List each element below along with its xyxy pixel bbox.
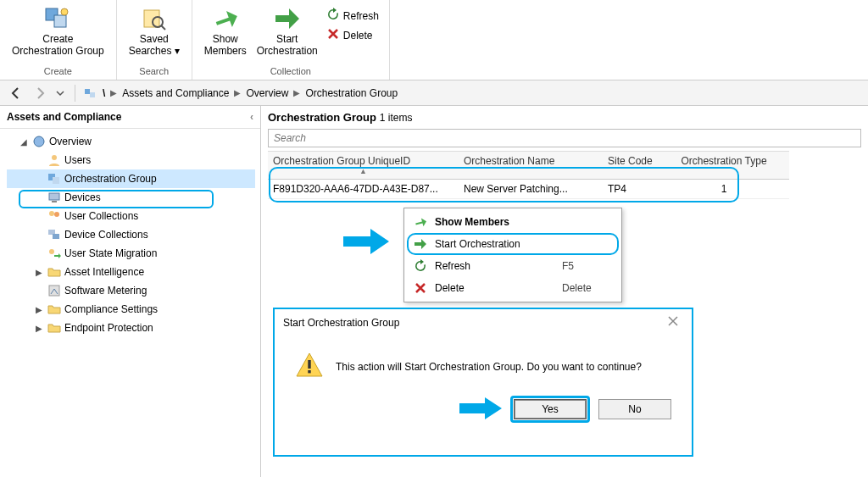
svg-line-5 (161, 25, 165, 30)
devices-icon (47, 191, 61, 204)
show-members-icon (413, 214, 428, 230)
no-button[interactable]: No (598, 399, 671, 419)
tree-label-orchgroup: Orchestration Group (64, 173, 157, 185)
grid-header-row: Orchestration Group UniqueID ▲ Orchestra… (268, 151, 861, 180)
sidebar-collapse-button[interactable]: ‹ (250, 111, 253, 123)
search-input[interactable] (268, 129, 861, 147)
tree-label-ep: Endpoint Protection (64, 322, 153, 334)
yes-button[interactable]: Yes (514, 399, 587, 419)
show-members-button[interactable]: Show Members (199, 3, 252, 59)
svg-rect-21 (308, 370, 310, 373)
ctx-delete-label: Delete (435, 282, 555, 294)
start-orchestration-label: Start Orchestration (257, 34, 318, 58)
nav-back-button[interactable] (7, 84, 25, 103)
ribbon-group-collection: Show Members Start Orchestration Refresh (192, 0, 390, 80)
ribbon-group-search-label: Search (124, 64, 185, 78)
ctx-show-members[interactable]: Show Members (407, 211, 619, 233)
users-icon (47, 153, 61, 167)
saved-searches-icon (141, 5, 168, 32)
nav-forward-button[interactable] (31, 84, 49, 103)
svg-point-2 (61, 8, 68, 15)
tree-node-orchestration-group[interactable]: Orchestration Group (7, 169, 255, 188)
ctx-delete[interactable]: Delete Delete (407, 277, 619, 299)
folder-icon (47, 321, 61, 335)
create-orch-group-label: Create Orchestration Group (12, 34, 104, 58)
sidebar: Assets and Compliance ‹ ◢ Overview Users… (0, 106, 261, 477)
start-orchestration-button[interactable]: Start Orchestration (252, 3, 323, 59)
tree-node-overview[interactable]: ◢ Overview (7, 132, 255, 151)
create-orchestration-group-button[interactable]: Create Orchestration Group (7, 3, 109, 59)
cell-sitecode: TP4 (603, 180, 670, 199)
col-header-orchtype[interactable]: Orchestration Type (670, 151, 789, 180)
tree-node-user-state-migration[interactable]: User State Migration (7, 244, 255, 263)
ctx-refresh[interactable]: Refresh F5 (407, 255, 619, 277)
warning-icon (295, 351, 324, 382)
svg-rect-13 (52, 201, 57, 202)
nav-history-dropdown[interactable] (54, 84, 66, 103)
ctx-refresh-label: Refresh (435, 260, 555, 272)
col-header-orchname[interactable]: Orchestration Name (459, 151, 603, 180)
svg-rect-1 (54, 15, 66, 27)
show-members-label: Show Members (204, 34, 247, 58)
delete-icon (326, 27, 340, 43)
tree-label-devices: Devices (64, 191, 101, 203)
svg-rect-11 (53, 177, 59, 184)
orchestration-group-node-icon (47, 172, 61, 186)
svg-point-18 (49, 249, 54, 254)
tree-node-compliance-settings[interactable]: ▶ Compliance Settings (7, 300, 255, 319)
refresh-label: Refresh (343, 10, 379, 22)
ctx-show-members-label: Show Members (435, 216, 555, 228)
user-state-migration-icon (47, 247, 61, 260)
tree-node-users[interactable]: Users (7, 151, 255, 169)
device-collections-icon (47, 228, 61, 241)
saved-searches-button[interactable]: Saved Searches ▾ (124, 3, 185, 59)
cell-orchname: New Server Patching... (459, 180, 603, 199)
expander-icon[interactable]: ▶ (36, 305, 44, 314)
cell-uniqueid: F891D320-AAA6-47DD-A43E-D87... (268, 180, 459, 199)
ctx-start-orchestration[interactable]: Start Orchestration (407, 233, 619, 255)
confirm-dialog: Start Orchestration Group This action wi… (273, 308, 693, 457)
folder-icon (47, 265, 61, 279)
expander-icon[interactable]: ▶ (36, 268, 44, 277)
tree-node-asset-intelligence[interactable]: ▶ Asset Intelligence (7, 263, 255, 281)
breadcrumb-item-overview[interactable]: Overview (246, 87, 288, 99)
ribbon-group-collection-label: Collection (199, 64, 382, 78)
expander-icon[interactable]: ▶ (36, 324, 44, 333)
tree-node-devices[interactable]: Devices (7, 188, 255, 207)
tree-node-device-collections[interactable]: Device Collections (7, 225, 255, 244)
delete-label: Delete (343, 30, 373, 42)
tree-node-software-metering[interactable]: Software Metering (7, 281, 255, 300)
ribbon-delete-button[interactable]: Delete (323, 26, 382, 44)
breadcrumb-root-icon[interactable] (84, 86, 97, 100)
content-title: Orchestration Group (268, 111, 376, 124)
ctx-start-orch-label: Start Orchestration (435, 238, 555, 250)
breadcrumb-item-orchgroup[interactable]: Orchestration Group (305, 87, 398, 99)
cell-orchtype: 1 (670, 180, 789, 199)
ctx-delete-accel: Delete (562, 282, 613, 294)
svg-rect-17 (53, 234, 59, 239)
breadcrumb: \ ▶ Assets and Compliance ▶ Overview ▶ O… (103, 87, 861, 99)
refresh-icon (326, 8, 340, 24)
user-collections-icon (47, 209, 61, 223)
svg-rect-7 (90, 92, 95, 97)
dialog-title: Start Orchestration Group (283, 317, 399, 329)
col-header-sitecode[interactable]: Site Code (603, 151, 670, 180)
tree-label-overview: Overview (49, 136, 92, 147)
breadcrumb-item-assets[interactable]: Assets and Compliance (122, 87, 229, 99)
tree-node-user-collections[interactable]: User Collections (7, 207, 255, 225)
svg-rect-19 (49, 286, 59, 296)
tree-node-endpoint-protection[interactable]: ▶ Endpoint Protection (7, 319, 255, 337)
sidebar-title: Assets and Compliance (7, 111, 121, 123)
content-header: Orchestration Group 1 items (261, 106, 868, 129)
expander-icon[interactable]: ◢ (20, 137, 29, 147)
sidebar-header: Assets and Compliance ‹ (0, 106, 260, 129)
ribbon-refresh-button[interactable]: Refresh (323, 7, 382, 25)
table-row[interactable]: F891D320-AAA6-47DD-A43E-D87... New Serve… (268, 180, 861, 199)
svg-point-9 (52, 155, 57, 160)
svg-point-14 (49, 211, 54, 216)
col-header-uniqueid[interactable]: Orchestration Group UniqueID ▲ (268, 151, 459, 180)
svg-rect-12 (49, 193, 59, 200)
dialog-close-button[interactable] (663, 314, 683, 330)
data-grid: Orchestration Group UniqueID ▲ Orchestra… (268, 151, 861, 199)
annotation-arrow-icon (459, 397, 502, 422)
